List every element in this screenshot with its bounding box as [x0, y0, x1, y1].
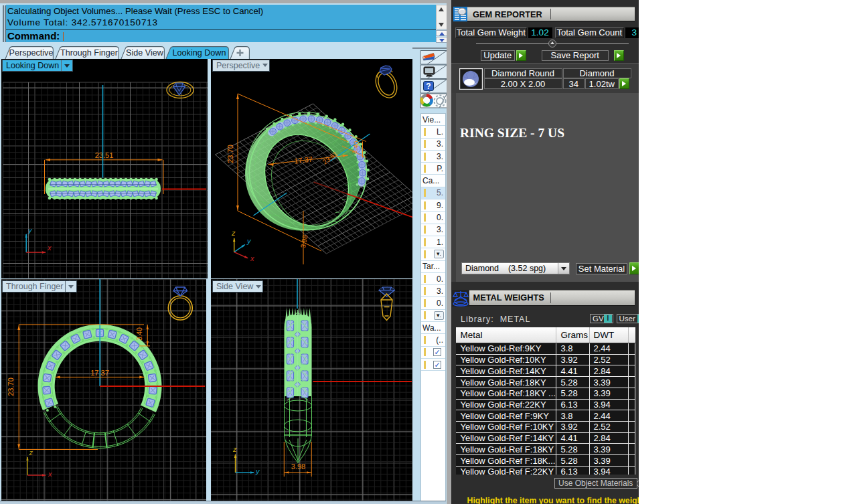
svg-text:x: x: [250, 254, 254, 262]
svg-text:z: z: [231, 229, 236, 237]
svg-text:17.37: 17.37: [90, 369, 109, 377]
svg-text:23.70: 23.70: [7, 377, 15, 396]
svg-text:3.98: 3.98: [291, 463, 305, 471]
svg-text:z: z: [232, 445, 237, 453]
svg-text:3.40: 3.40: [136, 327, 143, 341]
svg-text:y: y: [27, 226, 33, 234]
svg-text:z: z: [29, 448, 33, 456]
svg-text:23.70: 23.70: [226, 145, 234, 163]
svg-text:3.98: 3.98: [299, 234, 308, 249]
svg-text:x: x: [48, 470, 52, 478]
svg-text:17.37: 17.37: [293, 155, 313, 165]
svg-text:y: y: [246, 237, 252, 245]
svg-text:Side View: Side View: [126, 48, 164, 58]
svg-text:Looking Down: Looking Down: [173, 48, 226, 58]
svg-text:23.51: 23.51: [95, 151, 114, 159]
svg-text:Perspective: Perspective: [9, 48, 54, 58]
svg-text:x: x: [47, 244, 52, 252]
svg-text:Through Finger: Through Finger: [60, 48, 118, 58]
svg-text:?: ?: [426, 82, 431, 91]
